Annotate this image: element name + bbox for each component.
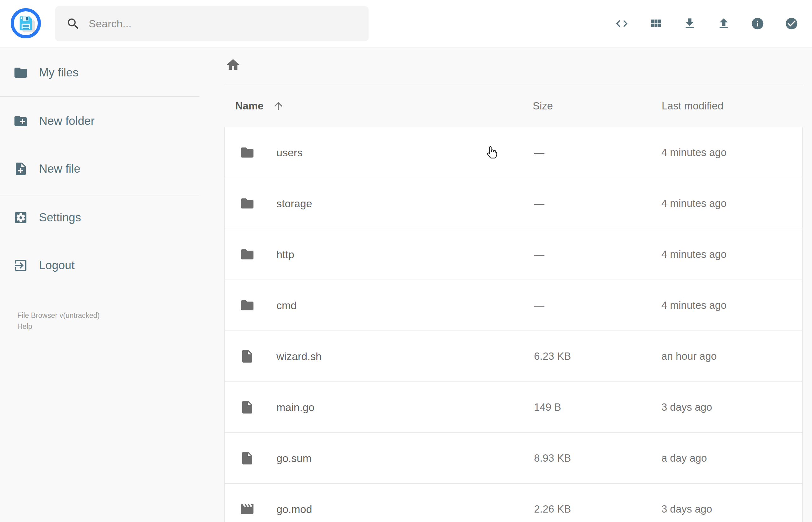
file-icon bbox=[240, 400, 255, 415]
sidebar-item-new-folder[interactable]: New folder bbox=[0, 105, 199, 137]
arrow-up-icon bbox=[272, 100, 284, 112]
search-bar[interactable] bbox=[55, 6, 369, 41]
column-header-name-label: Name bbox=[235, 100, 264, 112]
folder-icon bbox=[13, 65, 28, 80]
magnifier-icon bbox=[66, 17, 81, 31]
sidebar-item-label: My files bbox=[39, 66, 78, 79]
upload-icon[interactable] bbox=[717, 17, 731, 31]
settings-icon bbox=[13, 210, 28, 225]
top-header bbox=[0, 0, 812, 48]
column-header-modified[interactable]: Last modified bbox=[662, 100, 723, 112]
info-icon[interactable] bbox=[751, 17, 765, 31]
download-icon[interactable] bbox=[683, 17, 696, 31]
help-link[interactable]: Help bbox=[17, 321, 100, 332]
file-size: 6.23 KB bbox=[534, 350, 571, 362]
file-size: — bbox=[534, 146, 544, 159]
folder-icon bbox=[240, 247, 255, 262]
file-size: 2.26 KB bbox=[534, 503, 571, 515]
search-input[interactable] bbox=[89, 18, 359, 30]
file-name: wizard.sh bbox=[277, 350, 322, 363]
breadcrumb-divider bbox=[224, 85, 803, 85]
file-listing: users — 4 minutes ago storage — 4 minute… bbox=[224, 127, 803, 522]
folder-row-users[interactable]: users — 4 minutes ago bbox=[224, 127, 803, 178]
file-row-go.mod[interactable]: go.mod 2.26 KB 3 days ago bbox=[224, 483, 803, 522]
file-modified: 3 days ago bbox=[662, 401, 712, 413]
sidebar-item-label: New folder bbox=[39, 115, 95, 128]
column-header-size[interactable]: Size bbox=[533, 100, 553, 112]
file-modified: an hour ago bbox=[662, 350, 717, 362]
version-link[interactable]: File Browser v(untracked) bbox=[17, 310, 100, 321]
floppy-disk-icon bbox=[17, 14, 35, 33]
folder-row-http[interactable]: http — 4 minutes ago bbox=[224, 228, 803, 280]
file-row-main.go[interactable]: main.go 149 B 3 days ago bbox=[224, 381, 803, 433]
file-row-go.sum[interactable]: go.sum 8.93 KB a day ago bbox=[224, 433, 803, 484]
sidebar-item-label: Logout bbox=[39, 259, 75, 272]
file-name: cmd bbox=[277, 299, 297, 312]
file-name: http bbox=[277, 248, 295, 261]
sidebar-item-new-file[interactable]: New file bbox=[0, 153, 199, 185]
file-modified: 3 days ago bbox=[662, 503, 712, 515]
sidebar-divider bbox=[0, 196, 199, 196]
code-icon[interactable] bbox=[615, 17, 629, 31]
folder-icon bbox=[240, 298, 255, 313]
file-size: — bbox=[534, 299, 544, 311]
create-new-folder-icon bbox=[13, 114, 28, 128]
file-modified: 4 minutes ago bbox=[662, 198, 727, 209]
logout-icon bbox=[13, 258, 28, 273]
file-name: storage bbox=[277, 198, 312, 210]
file-icon bbox=[240, 450, 255, 466]
sidebar-divider bbox=[0, 96, 199, 97]
filebrowser-logo bbox=[11, 8, 41, 38]
column-header-name[interactable]: Name bbox=[235, 100, 284, 112]
select-check-icon[interactable] bbox=[785, 17, 798, 31]
file-name: go.sum bbox=[277, 452, 312, 464]
file-name: users bbox=[277, 146, 303, 159]
file-modified: 4 minutes ago bbox=[662, 248, 727, 260]
sidebar-item-label: New file bbox=[39, 162, 81, 176]
file-size: — bbox=[534, 248, 544, 260]
file-name: go.mod bbox=[277, 503, 312, 516]
folder-row-storage[interactable]: storage — 4 minutes ago bbox=[224, 178, 803, 229]
file-icon bbox=[240, 349, 255, 364]
file-size: 149 B bbox=[534, 401, 561, 413]
file-modified: 4 minutes ago bbox=[662, 299, 727, 311]
file-size: 8.93 KB bbox=[534, 452, 571, 464]
folder-icon bbox=[240, 196, 255, 211]
sidebar-footer: File Browser v(untracked) Help bbox=[17, 310, 100, 332]
sidebar-item-my-files[interactable]: My files bbox=[0, 56, 199, 89]
new-file-icon bbox=[13, 161, 28, 176]
file-modified: 4 minutes ago bbox=[662, 146, 727, 159]
sidebar-item-label: Settings bbox=[39, 211, 81, 224]
sidebar-item-settings[interactable]: Settings bbox=[0, 201, 199, 234]
sidebar-item-logout[interactable]: Logout bbox=[0, 249, 199, 282]
folder-row-cmd[interactable]: cmd — 4 minutes ago bbox=[224, 280, 803, 331]
home-icon[interactable] bbox=[225, 57, 241, 72]
movie-icon bbox=[240, 502, 255, 517]
header-actions bbox=[615, 17, 798, 31]
grid-view-icon[interactable] bbox=[649, 17, 663, 31]
folder-icon bbox=[240, 145, 255, 160]
file-name: main.go bbox=[277, 401, 314, 414]
file-size: — bbox=[534, 198, 544, 209]
file-modified: a day ago bbox=[662, 452, 707, 464]
file-row-wizard.sh[interactable]: wizard.sh 6.23 KB an hour ago bbox=[224, 330, 803, 382]
